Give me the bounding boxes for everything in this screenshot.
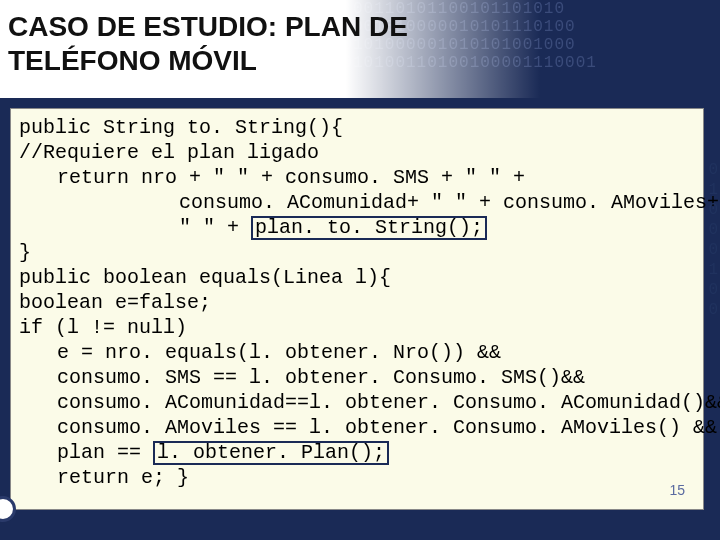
title-line-2: TELÉFONO MÓVIL xyxy=(8,45,257,76)
code-line: } xyxy=(19,240,695,265)
slide-title: CASO DE ESTUDIO: PLAN DE TELÉFONO MÓVIL xyxy=(8,10,720,78)
code-line: consumo. SMS == l. obtener. Consumo. SMS… xyxy=(19,365,695,390)
side-binary-text: 0 1 0 0 0 1 0 0 xyxy=(708,160,718,320)
slide: 1010100110101100101101010 10110010100000… xyxy=(0,0,720,540)
code-fragment: " " + xyxy=(179,216,251,239)
highlight-box: l. obtener. Plan(); xyxy=(153,441,389,465)
code-line: plan == l. obtener. Plan(); xyxy=(19,440,695,465)
code-line: boolean e=false; xyxy=(19,290,695,315)
code-line: //Requiere el plan ligado xyxy=(19,140,695,165)
title-line-1: CASO DE ESTUDIO: PLAN DE xyxy=(8,11,408,42)
code-block: public String to. String(){ //Requiere e… xyxy=(10,108,704,510)
code-line: public String to. String(){ xyxy=(19,115,695,140)
code-line: return e; } xyxy=(19,465,695,490)
code-line: consumo. AComunidad==l. obtener. Consumo… xyxy=(19,390,695,415)
code-line: if (l != null) xyxy=(19,315,695,340)
code-line: consumo. AComunidad+ " " + consumo. AMov… xyxy=(19,190,695,215)
code-line: consumo. AMoviles == l. obtener. Consumo… xyxy=(19,415,695,440)
slide-number: 15 xyxy=(669,478,685,503)
slide-header: CASO DE ESTUDIO: PLAN DE TELÉFONO MÓVIL xyxy=(0,0,720,98)
code-line: return nro + " " + consumo. SMS + " " + xyxy=(19,165,695,190)
code-fragment: plan == xyxy=(57,441,153,464)
code-line: public boolean equals(Linea l){ xyxy=(19,265,695,290)
highlight-box: plan. to. String(); xyxy=(251,216,487,240)
code-line: e = nro. equals(l. obtener. Nro()) && xyxy=(19,340,695,365)
code-line: " " + plan. to. String(); xyxy=(19,215,695,240)
